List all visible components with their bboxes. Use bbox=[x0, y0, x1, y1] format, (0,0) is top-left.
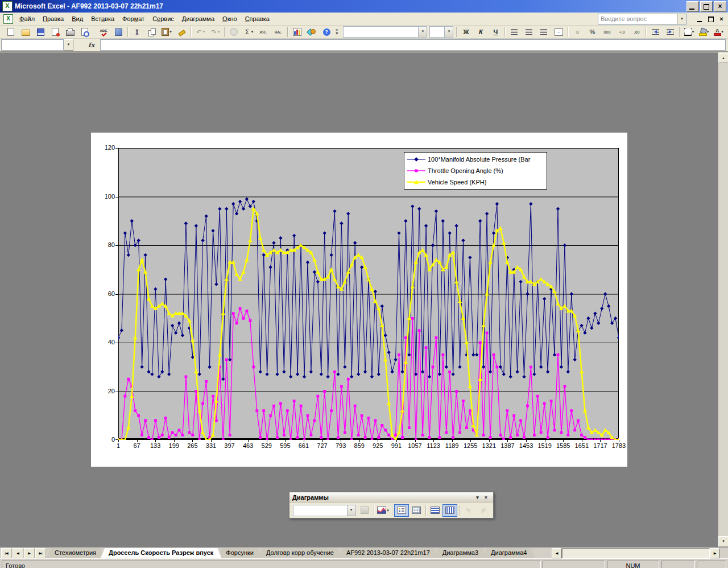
save-button[interactable] bbox=[33, 26, 48, 38]
decrease-decimal-button[interactable]: ,00 bbox=[629, 26, 644, 38]
fill-color-dropdown-icon[interactable]: ▾ bbox=[707, 30, 709, 34]
font-size-combo[interactable]: ▾ bbox=[429, 26, 453, 38]
undo-button[interactable]: ↶▾ bbox=[193, 26, 208, 38]
chart-toolbar-close-icon[interactable]: × bbox=[482, 493, 490, 501]
chart-toolbar-format-selected-button[interactable] bbox=[357, 504, 372, 517]
font-size-dropdown-icon[interactable]: ▾ bbox=[444, 27, 453, 37]
sheet-tab-3[interactable]: Долговр корр обучение bbox=[258, 548, 342, 558]
italic-button[interactable]: К bbox=[473, 26, 488, 38]
workbook-close-button[interactable]: × bbox=[717, 15, 726, 23]
spelling-button[interactable]: ABC bbox=[96, 26, 111, 38]
align-center-button[interactable] bbox=[522, 26, 536, 38]
tab-scroll-prev-icon[interactable]: ◀ bbox=[13, 548, 23, 558]
copy-button[interactable] bbox=[144, 26, 159, 38]
align-right-button[interactable] bbox=[536, 26, 551, 38]
new-button[interactable] bbox=[3, 26, 18, 38]
drawing-button[interactable] bbox=[304, 26, 319, 38]
redo-button[interactable]: ↷▾ bbox=[208, 26, 222, 38]
open-button[interactable] bbox=[18, 26, 33, 38]
borders-dropdown-icon[interactable]: ▾ bbox=[692, 30, 694, 34]
chart-toolbar-chart-type-button[interactable]: ▾ bbox=[375, 504, 390, 517]
toolbar-options-icon[interactable]: »▾ bbox=[336, 26, 338, 38]
percent-button[interactable]: % bbox=[585, 26, 599, 38]
font-dropdown-icon[interactable]: ▾ bbox=[418, 27, 427, 37]
merge-center-button[interactable]: ↔ bbox=[551, 26, 566, 38]
decrease-indent-button[interactable] bbox=[648, 26, 663, 38]
chart-toolbar-angle-text-down-button[interactable]: ab bbox=[461, 504, 476, 517]
fill-color-button[interactable]: ▾ bbox=[696, 26, 711, 38]
paste-button[interactable]: ▾ bbox=[159, 26, 174, 38]
formula-input[interactable] bbox=[100, 39, 726, 51]
legend-entry-2[interactable]: Vehicle Speed (KPH) bbox=[406, 176, 547, 188]
workbook-minimize-button[interactable] bbox=[695, 15, 705, 23]
series-markers-0[interactable] bbox=[118, 197, 619, 381]
close-button[interactable]: × bbox=[714, 1, 726, 12]
chart-type-dropdown-icon[interactable]: ▾ bbox=[387, 508, 389, 513]
vertical-scrollbar[interactable]: ▲ ▼ bbox=[718, 52, 728, 547]
minimize-button[interactable] bbox=[686, 1, 699, 12]
chart-series-svg[interactable] bbox=[118, 148, 619, 440]
insert-hyperlink-button[interactable] bbox=[226, 26, 241, 38]
print-button[interactable] bbox=[63, 26, 77, 38]
sort-descending-button[interactable]: ЯА↓ bbox=[271, 26, 286, 38]
increase-decimal-button[interactable]: +,0 bbox=[614, 26, 629, 38]
borders-button[interactable]: ▾ bbox=[681, 26, 696, 38]
align-left-button[interactable] bbox=[507, 26, 522, 38]
autosum-button[interactable]: Σ▾ bbox=[241, 26, 256, 38]
chart-toolbar-by-rows-button[interactable] bbox=[428, 504, 442, 517]
autosum-dropdown-icon[interactable]: ▾ bbox=[251, 30, 254, 34]
scroll-up-icon[interactable]: ▲ bbox=[718, 53, 728, 63]
insert-function-icon[interactable]: fx bbox=[88, 42, 94, 49]
chart-legend[interactable]: 100*Manifold Absolute Pressure (BarThrot… bbox=[404, 152, 547, 190]
scroll-down-icon[interactable]: ▼ bbox=[718, 536, 728, 546]
legend-entry-1[interactable]: Throttle Opening Angle (%) bbox=[406, 165, 547, 176]
help-button[interactable]: ? bbox=[319, 26, 334, 38]
menu-edit[interactable]: Правка bbox=[39, 14, 68, 24]
chart-toolbar-angle-text-up-button[interactable]: ab bbox=[476, 504, 491, 517]
hscroll-track[interactable] bbox=[562, 548, 710, 558]
increase-indent-button[interactable] bbox=[663, 26, 677, 38]
bold-button[interactable]: Ж bbox=[458, 26, 473, 38]
tab-scroll-next-icon[interactable]: ▶ bbox=[24, 548, 35, 558]
research-button[interactable] bbox=[111, 26, 126, 38]
chart-toolbar-chart-objects-combo[interactable]: ▾ bbox=[293, 505, 356, 516]
currency-button[interactable]: ¤ bbox=[570, 26, 585, 38]
sheet-tab-4[interactable]: AF992 2013-03-07 22h21m17 bbox=[338, 548, 438, 558]
hscroll-right-icon[interactable]: ▶ bbox=[710, 548, 720, 558]
menu-tools[interactable]: Сервис bbox=[148, 14, 178, 24]
menu-view[interactable]: Вид bbox=[68, 14, 87, 24]
chart-toolbar-menu-icon[interactable]: ▾ bbox=[473, 493, 482, 501]
chart-toolbar-legend-toggle-button[interactable] bbox=[394, 504, 409, 517]
menu-insert[interactable]: Вставка bbox=[87, 14, 118, 24]
name-box[interactable] bbox=[1, 39, 64, 51]
question-dropdown-icon[interactable]: ▾ bbox=[677, 14, 686, 24]
legend-entry-0[interactable]: 100*Manifold Absolute Pressure (Bar bbox=[406, 154, 547, 165]
redo-dropdown-icon[interactable]: ▾ bbox=[218, 30, 220, 34]
chart-objects-dropdown-icon[interactable]: ▾ bbox=[347, 505, 355, 516]
sheet-tab-1[interactable]: Дроссель Скорость Разреж впуск bbox=[101, 548, 221, 558]
name-box-dropdown-icon[interactable]: ▾ bbox=[64, 39, 73, 51]
menu-chart[interactable]: Диаграмма bbox=[178, 14, 218, 24]
sheet-tab-5[interactable]: Диаграмма3 bbox=[435, 548, 486, 558]
restore-button[interactable] bbox=[700, 1, 713, 12]
sheet-tab-2[interactable]: Форсунки bbox=[218, 548, 262, 558]
chart-toolbar-data-table-button[interactable] bbox=[409, 504, 424, 517]
chart-wizard-button[interactable] bbox=[289, 26, 304, 38]
menu-help[interactable]: Справка bbox=[241, 14, 274, 24]
tab-scroll-last-icon[interactable]: ▶| bbox=[35, 548, 46, 558]
format-painter-button[interactable] bbox=[174, 26, 189, 38]
font-combo[interactable]: ▾ bbox=[343, 26, 427, 38]
font-color-dropdown-icon[interactable]: ▾ bbox=[721, 30, 723, 34]
cut-button[interactable] bbox=[130, 26, 144, 38]
print-preview-button[interactable] bbox=[77, 26, 92, 38]
permission-button[interactable] bbox=[48, 26, 63, 38]
ask-question-input[interactable]: Введите вопрос ▾ bbox=[598, 14, 686, 24]
thousands-button[interactable]: 000 bbox=[599, 26, 614, 38]
sheet-tab-0[interactable]: Стехиометрия bbox=[47, 548, 104, 558]
underline-button[interactable]: Ч bbox=[488, 26, 503, 38]
workbook-icon[interactable]: X bbox=[3, 14, 13, 24]
horizontal-scrollbar[interactable]: ◀ ▶ bbox=[552, 548, 720, 558]
tab-scroll-first-icon[interactable]: |◀ bbox=[1, 548, 12, 558]
chart-toolbar-by-columns-button[interactable] bbox=[442, 504, 457, 517]
hscroll-left-icon[interactable]: ◀ bbox=[552, 548, 562, 558]
